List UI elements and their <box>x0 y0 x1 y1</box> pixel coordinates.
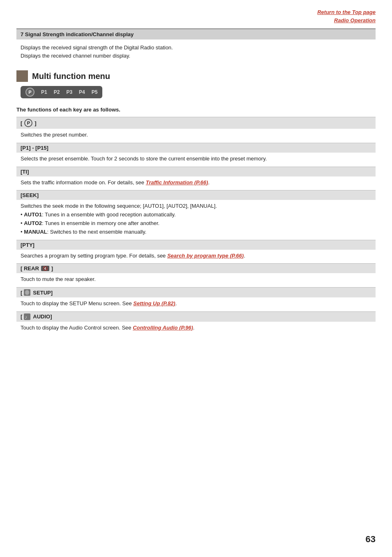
setup-body: Touch to display the SETUP Menu screen. … <box>16 297 376 311</box>
seek-body: Switches the seek mode in the following … <box>16 200 376 239</box>
multi-function-title-row: Multi function menu <box>16 70 376 82</box>
seek-auto1-bold: AUTO1 <box>24 211 42 218</box>
audio-link[interactable]: Controlling Audio (P.96) <box>133 325 193 331</box>
seek-auto1-item: AUTO1: Tunes in a ensemble with good rec… <box>21 211 371 219</box>
p-key-body: Switches the preset number. <box>16 129 376 143</box>
p-key-header: [ P ] <box>16 117 376 129</box>
audio-body: Touch to display the Audio Control scree… <box>16 322 376 336</box>
p-key-label-bracket-close: ] <box>35 120 36 126</box>
preset-p4-label: P4 <box>79 89 85 95</box>
setup-label: SETUP] <box>33 290 53 296</box>
seek-manual-text: : Switches to the next ensemble manually… <box>47 229 147 235</box>
pty-header: [PTY] <box>16 240 376 250</box>
p-key-section: [ P ] Switches the preset number. <box>16 117 376 143</box>
pty-link[interactable]: Search by program type (P.66) <box>167 253 244 259</box>
audio-description-prefix: Touch to display the Audio Control scree… <box>21 325 133 331</box>
rear-mute-icon: 🔇 <box>41 266 49 271</box>
setup-description-suffix: . <box>175 300 177 306</box>
section-7-body: Displays the received signal strength of… <box>16 42 376 64</box>
audio-description-suffix: . <box>193 325 195 331</box>
multi-function-title-text: Multi function menu <box>32 72 110 81</box>
pty-description-prefix: Searches a program by setting program ty… <box>21 253 167 259</box>
p1-p15-header: [P1] - [P15] <box>16 143 376 153</box>
p1-p15-label: [P1] - [P15] <box>21 145 48 151</box>
radio-operation-link[interactable]: Radio Operation <box>16 16 376 25</box>
rear-bracket-open: [ REAR <box>21 265 39 272</box>
return-to-top-link[interactable]: Return to the Top page <box>16 8 376 16</box>
p1-p15-body: Selects the preset ensemble. Touch for 2… <box>16 153 376 167</box>
preset-p3-label: P3 <box>66 89 72 95</box>
rear-bracket-close: ] <box>51 265 53 272</box>
ti-description-prefix: Sets the traffic information mode on. Fo… <box>21 179 146 186</box>
seek-manual-item: MANUAL: Switches to the next ensemble ma… <box>21 228 371 237</box>
p-circle-icon: P <box>24 119 32 127</box>
rear-body: Touch to mute the rear speaker. <box>16 273 376 287</box>
preset-p2-label: P2 <box>54 89 60 95</box>
p1-p15-description: Selects the preset ensemble. Touch for 2… <box>21 155 267 162</box>
seek-intro: Switches the seek mode in the following … <box>21 202 371 211</box>
pty-description-suffix: . <box>244 253 245 259</box>
audio-label: AUDIO] <box>33 313 52 320</box>
seek-auto2-text: : Tunes in ensemble in memory one after … <box>42 220 159 226</box>
setup-header: [ SETUP] <box>16 287 376 297</box>
audio-section: [ ♪ AUDIO] Touch to display the Audio Co… <box>16 311 376 336</box>
audio-icon: ♪ <box>24 313 30 320</box>
seek-auto1-text: : Tunes in a ensemble with good receptio… <box>42 211 176 218</box>
color-block-icon <box>16 70 28 82</box>
section-7-line2: Displays the received channel number dis… <box>21 52 371 60</box>
p-button-icon: P <box>25 88 35 97</box>
p-key-label-bracket-open: [ <box>21 120 22 126</box>
setup-bracket-open: [ <box>21 290 22 296</box>
seek-header: [SEEK] <box>16 190 376 200</box>
ti-section: [TI] Sets the traffic information mode o… <box>16 167 376 190</box>
ti-label: [TI] <box>21 169 29 175</box>
rear-header: [ REAR 🔇 ] <box>16 263 376 273</box>
svg-text:♪: ♪ <box>25 314 27 320</box>
pty-body: Searches a program by setting program ty… <box>16 250 376 264</box>
seek-section: [SEEK] Switches the seek mode in the fol… <box>16 190 376 239</box>
ti-link[interactable]: Traffic Information (P.66) <box>146 179 208 186</box>
rear-description: Touch to mute the rear speaker. <box>21 276 96 282</box>
seek-list: AUTO1: Tunes in a ensemble with good rec… <box>21 211 371 236</box>
p1-p15-section: [P1] - [P15] Selects the preset ensemble… <box>16 143 376 167</box>
section-7-header: 7 Signal Strength indication/Channel dis… <box>16 28 376 39</box>
preset-p5-label: P5 <box>92 89 98 95</box>
setup-link[interactable]: Setting Up (P.82) <box>133 300 175 306</box>
audio-header: [ ♪ AUDIO] <box>16 311 376 322</box>
seek-auto2-bold: AUTO2 <box>24 220 42 226</box>
audio-bracket-open: [ <box>21 313 22 320</box>
page: Return to the Top page Radio Operation 7… <box>0 0 392 557</box>
section-7-line1: Displays the received signal strength of… <box>21 44 371 52</box>
audio-note-svg: ♪ <box>24 313 30 320</box>
setup-gear-svg <box>24 289 30 296</box>
setup-description-prefix: Touch to display the SETUP Menu screen. … <box>21 300 133 306</box>
setup-section: [ SETUP] Touch to display the SETUP Menu… <box>16 287 376 311</box>
setup-icon <box>24 289 30 296</box>
page-number: 63 <box>366 534 376 545</box>
seek-auto2-item: AUTO2: Tunes in ensemble in memory one a… <box>21 219 371 228</box>
ti-body: Sets the traffic information mode on. Fo… <box>16 176 376 190</box>
pty-section: [PTY] Searches a program by setting prog… <box>16 240 376 264</box>
functions-intro: The functions of each key are as follows… <box>16 107 376 113</box>
ti-description-suffix: . <box>208 179 210 186</box>
preset-bar: P P1 P2 P3 P4 P5 <box>21 86 102 98</box>
pty-label: [PTY] <box>21 242 35 248</box>
section-7-title: 7 Signal Strength indication/Channel dis… <box>21 31 134 37</box>
rear-section: [ REAR 🔇 ] Touch to mute the rear speake… <box>16 263 376 287</box>
ti-header: [TI] <box>16 167 376 176</box>
section-7: 7 Signal Strength indication/Channel dis… <box>16 28 376 64</box>
p-key-description: Switches the preset number. <box>21 132 88 138</box>
top-links: Return to the Top page Radio Operation <box>16 8 376 24</box>
seek-label: [SEEK] <box>21 192 39 198</box>
seek-manual-bold: MANUAL <box>24 229 47 235</box>
preset-p1-label: P1 <box>41 89 47 95</box>
